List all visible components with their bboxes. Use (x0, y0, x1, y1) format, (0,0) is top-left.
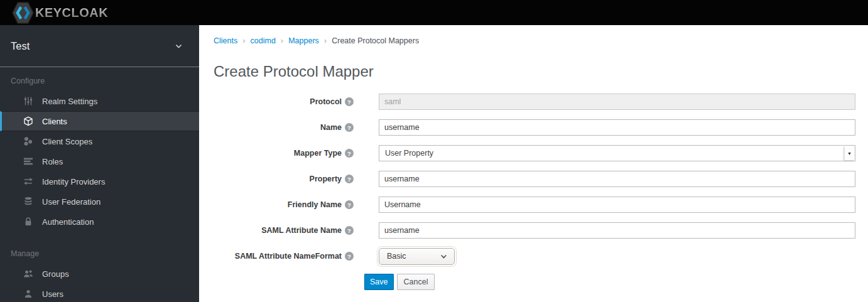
field-label: Property (310, 175, 342, 183)
form-row-mapper-type: Mapper Type?User Property▼ (214, 145, 868, 161)
help-question-icon[interactable]: ? (345, 149, 354, 158)
name-input[interactable] (379, 119, 855, 136)
help-question-icon[interactable]: ? (345, 97, 354, 106)
exchange-icon (23, 176, 33, 186)
selected-option-label: User Property (379, 149, 433, 158)
breadcrumb-separator-icon: › (242, 36, 245, 45)
sidebar-item-user-federation[interactable]: User Federation (0, 191, 199, 212)
help-question-icon[interactable]: ? (345, 175, 354, 183)
sidebar-item-clients[interactable]: Clients (0, 111, 199, 131)
sidebar-item-label: Roles (42, 157, 63, 166)
lock-icon (23, 217, 33, 227)
field-input-cell: Basic (379, 248, 855, 265)
selected-option-label: Basic (387, 252, 406, 261)
field-label-cell: Friendly Name? (214, 200, 354, 209)
breadcrumb-item-create-protocol-mappers: Create Protocol Mappers (332, 36, 419, 45)
field-label-cell: Property? (214, 175, 354, 183)
protocol-mapper-form: Protocol?Name?Mapper Type?User Property▼… (214, 94, 868, 264)
cancel-button[interactable]: Cancel (397, 274, 435, 290)
save-button[interactable]: Save (364, 274, 394, 290)
chevron-down-icon (440, 253, 447, 260)
field-input-cell: User Property▼ (379, 145, 855, 161)
property-input[interactable] (379, 171, 855, 187)
user-icon (23, 289, 33, 299)
nav-section-label: Configure (0, 67, 199, 91)
breadcrumb-item-clients[interactable]: Clients (214, 36, 237, 45)
list-icon (23, 156, 33, 166)
breadcrumb-separator-icon: › (281, 36, 283, 45)
field-input-cell (379, 171, 855, 187)
field-label: Name (320, 123, 342, 132)
help-question-icon[interactable]: ? (345, 123, 354, 132)
field-input-cell (379, 94, 855, 110)
users-icon (23, 269, 33, 279)
help-question-icon[interactable]: ? (345, 200, 354, 209)
sidebar-item-users[interactable]: Users (0, 284, 199, 302)
sidebar-item-identity-providers[interactable]: Identity Providers (0, 171, 199, 191)
form-row-protocol: Protocol? (214, 94, 868, 110)
field-label-cell: SAML Attribute Name? (214, 226, 354, 235)
saml-attribute-nameformat-select[interactable]: Basic (379, 248, 455, 265)
field-input-cell (379, 119, 855, 136)
sidebar-item-label: User Federation (42, 197, 100, 207)
help-question-icon[interactable]: ? (345, 252, 354, 261)
saml-attribute-name-input[interactable] (379, 222, 855, 239)
brand-title: KEYCLOAK (35, 6, 108, 20)
sidebar-nav: ConfigureRealm SettingsClientsClient Sco… (0, 67, 199, 302)
nav-section-configure: ConfigureRealm SettingsClientsClient Sco… (0, 67, 199, 232)
cube-icon (23, 116, 33, 126)
mapper-type-select[interactable]: User Property▼ (379, 145, 855, 161)
realm-selector[interactable]: Test (0, 25, 199, 67)
breadcrumb-separator-icon: › (324, 36, 327, 45)
breadcrumb-item-codimd[interactable]: codimd (251, 36, 276, 45)
field-label-cell: Protocol? (214, 97, 354, 106)
sliders-icon (23, 96, 33, 106)
breadcrumb-item-mappers[interactable]: Mappers (288, 36, 319, 45)
page-title: Create Protocol Mapper (214, 63, 868, 80)
chevron-down-icon (175, 42, 183, 50)
sidebar-item-label: Realm Settings (42, 97, 97, 106)
field-label: SAML Attribute NameFormat (235, 252, 342, 261)
sidebar-item-authentication[interactable]: Authentication (0, 212, 199, 232)
form-row-friendly-name: Friendly Name? (214, 197, 868, 213)
cubes-icon (23, 136, 33, 146)
field-label: Protocol (310, 97, 342, 106)
field-label: Mapper Type (294, 149, 342, 158)
field-input-cell (379, 222, 855, 239)
sidebar-item-groups[interactable]: Groups (0, 264, 199, 284)
field-input-cell (379, 197, 855, 213)
field-label-cell: SAML Attribute NameFormat? (214, 252, 354, 261)
keycloak-hexagon-icon (12, 1, 34, 24)
field-label-cell: Name? (214, 123, 354, 132)
database-icon (23, 197, 33, 207)
sidebar-item-label: Identity Providers (42, 177, 105, 186)
sidebar-item-label: Client Scopes (42, 137, 92, 146)
keycloak-logo[interactable]: KEYCLOAK (12, 1, 108, 24)
field-label-cell: Mapper Type? (214, 149, 354, 158)
form-row-saml-attribute-nameformat: SAML Attribute NameFormat?Basic (214, 248, 868, 264)
protocol-input (379, 94, 855, 110)
realm-name: Test (11, 40, 30, 52)
form-row-name: Name? (214, 119, 868, 136)
sidebar-item-label: Users (42, 289, 63, 299)
nav-section-label: Manage (0, 240, 199, 264)
breadcrumb: Clients›codimd›Mappers›Create Protocol M… (214, 36, 868, 45)
sidebar-item-roles[interactable]: Roles (0, 151, 199, 171)
field-label: SAML Attribute Name (261, 226, 342, 235)
nav-section-manage: ManageGroupsUsers (0, 240, 199, 302)
sidebar-item-realm-settings[interactable]: Realm Settings (0, 91, 199, 111)
sidebar-item-label: Clients (42, 117, 67, 126)
form-actions: Save Cancel (364, 274, 868, 290)
main-content: Clients›codimd›Mappers›Create Protocol M… (199, 25, 868, 302)
sidebar: Test ConfigureRealm SettingsClientsClien… (0, 25, 199, 302)
sidebar-item-client-scopes[interactable]: Client Scopes (0, 131, 199, 151)
form-row-property: Property? (214, 171, 868, 187)
sidebar-item-label: Authentication (42, 217, 94, 227)
top-navbar: KEYCLOAK (0, 0, 868, 25)
field-label: Friendly Name (288, 200, 342, 209)
dropdown-arrow-icon: ▼ (844, 146, 854, 160)
help-question-icon[interactable]: ? (345, 226, 354, 235)
sidebar-item-label: Groups (42, 269, 69, 279)
form-row-saml-attribute-name: SAML Attribute Name? (214, 222, 868, 239)
friendly-name-input[interactable] (379, 197, 855, 213)
